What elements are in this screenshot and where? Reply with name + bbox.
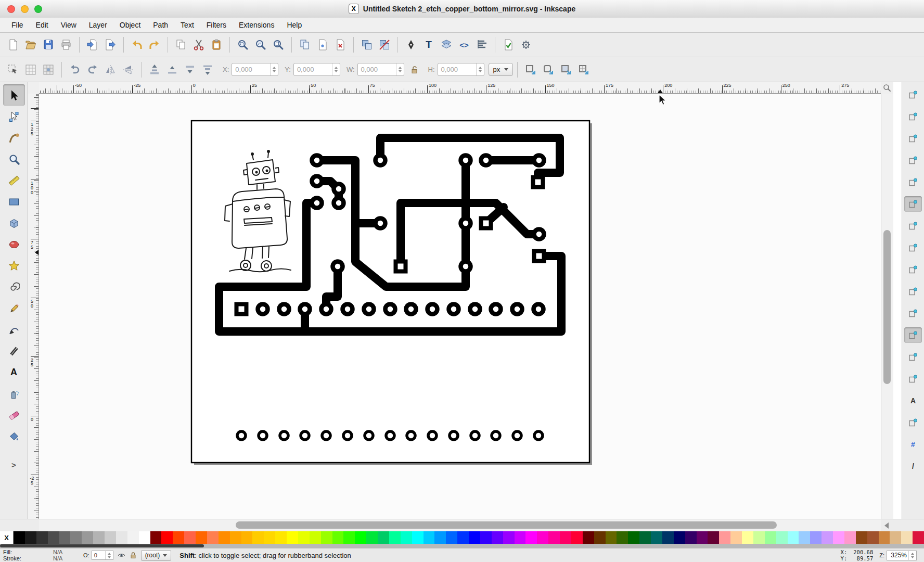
snap-smooth-nodes-button[interactable] [904, 305, 922, 321]
palette-swatch[interactable] [36, 531, 48, 544]
palette-swatch[interactable] [753, 531, 765, 544]
snap-bbox-edges-button[interactable] [904, 131, 922, 146]
palette-swatch[interactable] [719, 531, 730, 544]
layer-dropdown[interactable]: (root) [141, 550, 172, 561]
text-dialog-button[interactable]: T [420, 35, 438, 54]
snap-text-baseline-button[interactable]: A [904, 393, 922, 408]
palette-swatch[interactable] [457, 531, 469, 544]
palette-swatch[interactable] [252, 531, 264, 544]
raise-button[interactable] [163, 60, 181, 79]
h-input[interactable]: 0,000 [438, 63, 484, 76]
palette-scrollbar[interactable] [0, 544, 924, 548]
layers-dialog-button[interactable] [438, 35, 455, 54]
palette-swatch[interactable] [583, 531, 594, 544]
close-window-button[interactable] [7, 5, 15, 13]
menu-filters[interactable]: Filters [200, 18, 233, 33]
open-document-button[interactable] [22, 35, 40, 54]
canvas[interactable] [39, 94, 881, 519]
snap-guides-button[interactable]: / [904, 458, 922, 474]
menu-extensions[interactable]: Extensions [233, 18, 280, 33]
copy-button[interactable] [172, 35, 190, 54]
palette-swatch[interactable] [697, 531, 708, 544]
x-spinner[interactable] [270, 63, 278, 75]
tool-node-editor[interactable] [3, 106, 25, 127]
palette-swatch[interactable] [890, 531, 901, 544]
palette-swatch[interactable] [708, 531, 719, 544]
flip-vertical-button[interactable] [119, 60, 137, 79]
lower-to-bottom-button[interactable] [199, 60, 216, 79]
menu-object[interactable]: Object [113, 18, 147, 33]
zoom-spinner[interactable] [908, 551, 916, 560]
transform-gradient-toggle[interactable] [557, 60, 575, 79]
w-spinner[interactable] [396, 63, 404, 75]
menu-view[interactable]: View [55, 18, 83, 33]
palette-swatch[interactable] [606, 531, 617, 544]
tool-text[interactable]: A [3, 362, 25, 383]
raise-to-top-button[interactable] [146, 60, 163, 79]
palette-swatch[interactable] [25, 531, 36, 544]
h-spinner[interactable] [476, 63, 484, 75]
transform-stroke-toggle[interactable] [522, 60, 540, 79]
toolbox-expander[interactable]: > [11, 461, 16, 469]
palette-swatch[interactable] [14, 531, 25, 544]
preferences-button[interactable] [517, 35, 535, 54]
scroll-left-arrow[interactable] [884, 522, 889, 529]
palette-swatch[interactable] [446, 531, 457, 544]
palette-swatch[interactable] [389, 531, 401, 544]
menu-file[interactable]: File [5, 18, 30, 33]
zoom-corner[interactable] [881, 82, 893, 94]
new-document-button[interactable] [4, 35, 22, 54]
tool-spray[interactable] [3, 383, 25, 404]
snap-bbox-corners-button[interactable] [904, 152, 922, 168]
units-dropdown[interactable]: px [489, 63, 514, 76]
snap-object-centers-button[interactable] [904, 349, 922, 365]
palette-swatch[interactable] [685, 531, 697, 544]
palette-swatch[interactable] [196, 531, 207, 544]
save-document-button[interactable] [40, 35, 57, 54]
palette-swatch[interactable] [378, 531, 389, 544]
snap-bbox-edge-midpoints-button[interactable] [904, 174, 922, 190]
palette-swatch[interactable] [219, 531, 230, 544]
tool-star[interactable] [3, 255, 25, 276]
palette-swatch[interactable] [639, 531, 651, 544]
palette-swatch[interactable] [628, 531, 639, 544]
palette-scrollbar-thumb[interactable] [0, 544, 204, 547]
check-document-button[interactable] [499, 35, 517, 54]
palette-swatch[interactable] [548, 531, 560, 544]
flip-horizontal-button[interactable] [101, 60, 119, 79]
layer-visibility-toggle[interactable] [118, 552, 125, 559]
y-spinner[interactable] [332, 63, 340, 75]
tool-3d-box[interactable] [3, 212, 25, 234]
snap-rotation-centers-button[interactable] [904, 371, 922, 387]
tool-spiral[interactable] [3, 276, 25, 298]
create-clone-button[interactable] [314, 35, 331, 54]
palette-swatch[interactable] [264, 531, 275, 544]
palette-swatch[interactable] [844, 531, 856, 544]
tool-pencil[interactable] [3, 298, 25, 319]
tool-calligraphy[interactable] [3, 340, 25, 362]
rotate-ccw-button[interactable] [66, 60, 84, 79]
zoom-input[interactable]: 325% [887, 551, 917, 560]
palette-swatch[interactable] [70, 531, 82, 544]
palette-swatch[interactable] [332, 531, 344, 544]
zoom-selection-button[interactable] [234, 35, 252, 54]
palette-swatch[interactable] [594, 531, 606, 544]
palette-swatch[interactable] [469, 531, 480, 544]
menu-edit[interactable]: Edit [30, 18, 55, 33]
fill-stroke-indicator[interactable]: Fill: N/A Stroke: N/A [0, 549, 76, 561]
select-all-layers-button[interactable] [22, 60, 40, 79]
palette-swatch[interactable] [184, 531, 196, 544]
vertical-scrollbar[interactable] [881, 94, 893, 519]
snap-cusp-nodes-button[interactable] [904, 284, 922, 299]
menu-layer[interactable]: Layer [83, 18, 113, 33]
import-bitmap-button[interactable] [84, 35, 101, 54]
palette-swatch[interactable] [93, 531, 105, 544]
zoom-window-button[interactable] [34, 5, 42, 13]
fill-stroke-dialog-button[interactable] [402, 35, 420, 54]
export-bitmap-button[interactable] [101, 35, 119, 54]
palette-swatch[interactable] [525, 531, 537, 544]
align-distribute-button[interactable] [473, 35, 491, 54]
palette-none-swatch[interactable]: X [0, 531, 14, 544]
palette-swatch[interactable] [139, 531, 150, 544]
group-button[interactable] [358, 35, 376, 54]
